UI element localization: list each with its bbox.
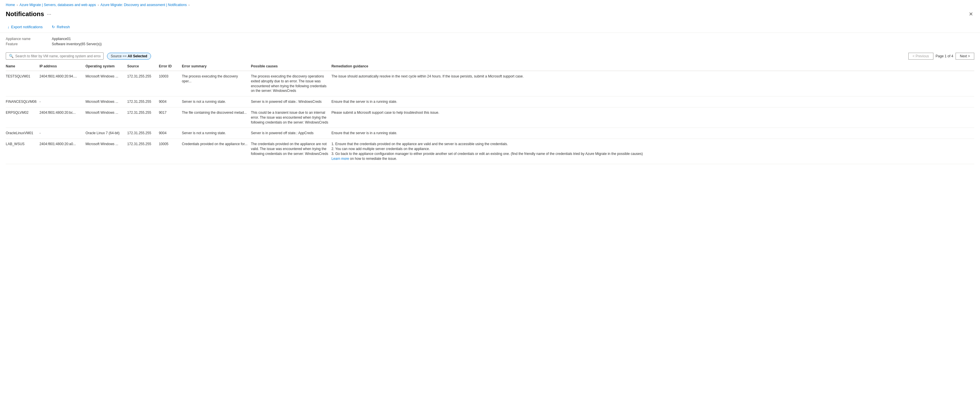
col-header-error-summary: Error summary xyxy=(182,62,251,71)
next-button[interactable]: Next > xyxy=(956,53,974,60)
cell-error-id: 9004 xyxy=(159,128,182,139)
feature-row: Feature Software inventory(65 Server(s)) xyxy=(6,42,974,46)
search-input[interactable] xyxy=(15,54,100,58)
remediation-part-2: 2. You can now add multiple server crede… xyxy=(331,147,430,151)
cell-name: FINANCESQLVM06 xyxy=(6,96,40,107)
table-container: Name IP address Operating system Source … xyxy=(0,62,980,164)
cell-ip: - xyxy=(40,128,86,139)
cell-error-summary: The process executing the discovery oper… xyxy=(182,71,251,96)
source-badge-text: Source == All Selected xyxy=(111,54,147,58)
refresh-label: Refresh xyxy=(57,25,70,29)
appliance-row: Appliance name Appliance01 xyxy=(6,37,974,41)
table-row: TESTSQLVM01 2404:f801:4800:20:94.... Mic… xyxy=(6,71,974,96)
search-icon: 🔍 xyxy=(9,54,14,58)
export-icon: ↓ xyxy=(8,25,10,29)
cell-os: Oracle Linux 7 (64-bit) xyxy=(86,128,127,139)
page-title: Notifications xyxy=(6,10,44,18)
appliance-label: Appliance name xyxy=(6,37,52,41)
cell-ip: - xyxy=(40,96,86,107)
filter-row-left: 🔍 Source == All Selected xyxy=(6,53,151,60)
cell-name: ERPSQLVM02 xyxy=(6,107,40,128)
cell-error-id: 10003 xyxy=(159,71,182,96)
notifications-table: Name IP address Operating system Source … xyxy=(6,62,974,164)
toolbar: ↓ Export notifications ↻ Refresh xyxy=(0,21,980,33)
cell-os: Microsoft Windows ... xyxy=(86,139,127,164)
meta-section: Appliance name Appliance01 Feature Softw… xyxy=(0,33,980,50)
col-header-remediation: Remediation guidance xyxy=(331,62,974,71)
col-header-error-id: Error ID xyxy=(159,62,182,71)
refresh-icon: ↻ xyxy=(52,25,55,29)
breadcrumb: Home › Azure Migrate | Servers, database… xyxy=(0,0,980,9)
page-header: Notifications ··· ✕ xyxy=(0,9,980,21)
table-header-row: Name IP address Operating system Source … xyxy=(6,62,974,71)
close-icon[interactable]: ✕ xyxy=(967,10,974,18)
cell-ip: 2404:f801:4800:20:bc... xyxy=(40,107,86,128)
search-box[interactable]: 🔍 xyxy=(6,53,103,60)
table-body: TESTSQLVM01 2404:f801:4800:20:94.... Mic… xyxy=(6,71,974,164)
cell-possible-causes: This could be a transient issue due to a… xyxy=(251,107,331,128)
pagination: < Previous Page 1 of 4 Next > xyxy=(908,53,974,60)
cell-error-summary: Credentials provided on the appliance fo… xyxy=(182,139,251,164)
table-row: LAB_WSUS 2404:f801:4800:20:a0... Microso… xyxy=(6,139,974,164)
col-header-source: Source xyxy=(127,62,159,71)
cell-error-id: 10005 xyxy=(159,139,182,164)
remediation-part-3: 3. Go back to the appliance configuratio… xyxy=(331,152,643,156)
cell-remediation: Ensure that the server is in a running s… xyxy=(331,128,974,139)
cell-name: TESTSQLVM01 xyxy=(6,71,40,96)
cell-source: 172.31.255.255 xyxy=(127,96,159,107)
cell-os: Microsoft Windows ... xyxy=(86,71,127,96)
breadcrumb-home[interactable]: Home xyxy=(6,3,15,7)
table-row: FINANCESQLVM06 - Microsoft Windows ... 1… xyxy=(6,96,974,107)
page-header-left: Notifications ··· xyxy=(6,10,51,18)
source-badge[interactable]: Source == All Selected xyxy=(107,53,151,60)
cell-os: Microsoft Windows ... xyxy=(86,107,127,128)
cell-possible-causes: The process executing the discovery oper… xyxy=(251,71,331,96)
cell-source: 172.31.255.255 xyxy=(127,107,159,128)
cell-possible-causes: The credentials provided on the applianc… xyxy=(251,139,331,164)
table-row: OracleLinuxVM01 - Oracle Linux 7 (64-bit… xyxy=(6,128,974,139)
more-options-icon[interactable]: ··· xyxy=(47,11,51,17)
cell-error-summary: Server is not a running state. xyxy=(182,96,251,107)
cell-source: 172.31.255.255 xyxy=(127,128,159,139)
cell-ip: 2404:f801:4800:20:a0... xyxy=(40,139,86,164)
col-header-ip: IP address xyxy=(40,62,86,71)
table-header: Name IP address Operating system Source … xyxy=(6,62,974,71)
breadcrumb-notifications[interactable]: Azure Migrate: Discovery and assessment … xyxy=(100,3,187,7)
refresh-button[interactable]: ↻ Refresh xyxy=(50,24,72,30)
breadcrumb-sep-2: › xyxy=(98,3,99,6)
cell-error-id: 9004 xyxy=(159,96,182,107)
cell-remediation-lab-wsus: 1. Ensure that the credentials provided … xyxy=(331,139,974,164)
cell-remediation: Ensure that the server is in a running s… xyxy=(331,96,974,107)
col-header-os: Operating system xyxy=(86,62,127,71)
cell-os: Microsoft Windows ... xyxy=(86,96,127,107)
breadcrumb-servers[interactable]: Azure Migrate | Servers, databases and w… xyxy=(19,3,96,7)
appliance-value: Appliance01 xyxy=(52,37,71,41)
cell-source: 172.31.255.255 xyxy=(127,139,159,164)
cell-possible-causes: Server is in powered off state.: Windows… xyxy=(251,96,331,107)
cell-name: LAB_WSUS xyxy=(6,139,40,164)
cell-error-id: 9017 xyxy=(159,107,182,128)
table-row: ERPSQLVM02 2404:f801:4800:20:bc... Micro… xyxy=(6,107,974,128)
feature-value: Software inventory(65 Server(s)) xyxy=(52,42,102,46)
filter-row: 🔍 Source == All Selected < Previous Page… xyxy=(0,50,980,62)
remediation-part-1: 1. Ensure that the credentials provided … xyxy=(331,142,508,146)
cell-source: 172.31.255.255 xyxy=(127,71,159,96)
learn-more-link[interactable]: Learn more xyxy=(331,157,349,161)
col-header-possible-causes: Possible causes xyxy=(251,62,331,71)
export-label: Export notifications xyxy=(11,25,43,29)
export-notifications-button[interactable]: ↓ Export notifications xyxy=(6,24,44,30)
col-header-name: Name xyxy=(6,62,40,71)
cell-remediation: Please submit a Microsoft support case t… xyxy=(331,107,974,128)
breadcrumb-sep-1: › xyxy=(17,3,18,6)
breadcrumb-sep-3: › xyxy=(188,3,189,6)
cell-remediation: The issue should automatically resolve i… xyxy=(331,71,974,96)
cell-error-summary: Server is not a running state. xyxy=(182,128,251,139)
cell-error-summary: The file containing the discovered metad… xyxy=(182,107,251,128)
feature-label: Feature xyxy=(6,42,52,46)
cell-possible-causes: Server is in powered off state.: AppCred… xyxy=(251,128,331,139)
cell-ip: 2404:f801:4800:20:94.... xyxy=(40,71,86,96)
cell-name: OracleLinuxVM01 xyxy=(6,128,40,139)
previous-button[interactable]: < Previous xyxy=(908,53,934,60)
page-info: Page 1 of 4 xyxy=(936,54,953,58)
remediation-link-suffix: on how to remediate the issue. xyxy=(349,157,397,161)
